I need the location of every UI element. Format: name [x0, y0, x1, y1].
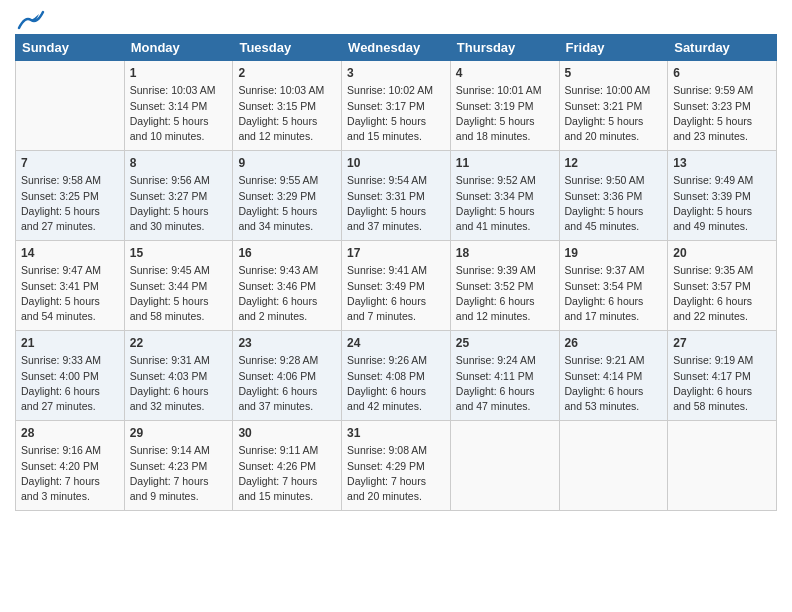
cell-content-line: Sunrise: 9:37 AM	[565, 264, 645, 276]
calendar-cell: 21Sunrise: 9:33 AMSunset: 4:00 PMDayligh…	[16, 331, 125, 421]
day-number: 22	[130, 335, 228, 352]
cell-content-line: and 34 minutes.	[238, 220, 313, 232]
cell-content-line: Daylight: 6 hours	[347, 295, 426, 307]
day-number: 7	[21, 155, 119, 172]
cell-content-line: Sunset: 3:34 PM	[456, 190, 534, 202]
week-row-4: 21Sunrise: 9:33 AMSunset: 4:00 PMDayligh…	[16, 331, 777, 421]
cell-content-line: Daylight: 5 hours	[565, 205, 644, 217]
cell-content-line: and 12 minutes.	[238, 130, 313, 142]
cell-content-line: Sunset: 3:23 PM	[673, 100, 751, 112]
calendar-cell: 7Sunrise: 9:58 AMSunset: 3:25 PMDaylight…	[16, 151, 125, 241]
cell-content-line: Sunrise: 9:35 AM	[673, 264, 753, 276]
cell-content-line: Daylight: 5 hours	[130, 205, 209, 217]
cell-content-line: and 3 minutes.	[21, 490, 90, 502]
cell-content-line: and 37 minutes.	[238, 400, 313, 412]
week-row-5: 28Sunrise: 9:16 AMSunset: 4:20 PMDayligh…	[16, 421, 777, 511]
calendar-header: SundayMondayTuesdayWednesdayThursdayFrid…	[16, 35, 777, 61]
logo	[15, 10, 45, 28]
cell-content-line: Sunrise: 9:08 AM	[347, 444, 427, 456]
cell-content-line: Sunrise: 9:21 AM	[565, 354, 645, 366]
week-row-2: 7Sunrise: 9:58 AMSunset: 3:25 PMDaylight…	[16, 151, 777, 241]
cell-content-line: Daylight: 6 hours	[130, 385, 209, 397]
column-header-tuesday: Tuesday	[233, 35, 342, 61]
cell-content-line: and 17 minutes.	[565, 310, 640, 322]
cell-content-line: Sunrise: 9:50 AM	[565, 174, 645, 186]
cell-content-line: Sunrise: 9:16 AM	[21, 444, 101, 456]
cell-content-line: Sunset: 3:36 PM	[565, 190, 643, 202]
cell-content-line: and 49 minutes.	[673, 220, 748, 232]
calendar-cell: 22Sunrise: 9:31 AMSunset: 4:03 PMDayligh…	[124, 331, 233, 421]
calendar-cell: 12Sunrise: 9:50 AMSunset: 3:36 PMDayligh…	[559, 151, 668, 241]
cell-content-line: Sunrise: 9:31 AM	[130, 354, 210, 366]
cell-content-line: Sunrise: 9:11 AM	[238, 444, 318, 456]
calendar-cell	[668, 421, 777, 511]
cell-content-line: Daylight: 5 hours	[238, 205, 317, 217]
day-number: 2	[238, 65, 336, 82]
day-number: 20	[673, 245, 771, 262]
calendar-cell: 4Sunrise: 10:01 AMSunset: 3:19 PMDayligh…	[450, 61, 559, 151]
cell-content-line: and 37 minutes.	[347, 220, 422, 232]
cell-content-line: and 47 minutes.	[456, 400, 531, 412]
cell-content-line: and 18 minutes.	[456, 130, 531, 142]
day-number: 5	[565, 65, 663, 82]
cell-content-line: Sunrise: 9:47 AM	[21, 264, 101, 276]
cell-content-line: Sunset: 3:49 PM	[347, 280, 425, 292]
day-number: 27	[673, 335, 771, 352]
cell-content-line: Sunset: 3:25 PM	[21, 190, 99, 202]
calendar-cell: 20Sunrise: 9:35 AMSunset: 3:57 PMDayligh…	[668, 241, 777, 331]
cell-content-line: and 41 minutes.	[456, 220, 531, 232]
cell-content-line: and 58 minutes.	[673, 400, 748, 412]
calendar-cell: 6Sunrise: 9:59 AMSunset: 3:23 PMDaylight…	[668, 61, 777, 151]
day-number: 1	[130, 65, 228, 82]
calendar-cell: 9Sunrise: 9:55 AMSunset: 3:29 PMDaylight…	[233, 151, 342, 241]
page-header	[15, 10, 777, 28]
cell-content-line: Daylight: 5 hours	[130, 295, 209, 307]
cell-content-line: and 20 minutes.	[565, 130, 640, 142]
day-number: 24	[347, 335, 445, 352]
calendar-cell: 11Sunrise: 9:52 AMSunset: 3:34 PMDayligh…	[450, 151, 559, 241]
calendar-cell	[450, 421, 559, 511]
cell-content-line: Sunrise: 9:14 AM	[130, 444, 210, 456]
cell-content-line: Sunset: 4:29 PM	[347, 460, 425, 472]
calendar-cell: 31Sunrise: 9:08 AMSunset: 4:29 PMDayligh…	[342, 421, 451, 511]
column-header-wednesday: Wednesday	[342, 35, 451, 61]
day-number: 9	[238, 155, 336, 172]
cell-content-line: Daylight: 6 hours	[238, 295, 317, 307]
cell-content-line: Daylight: 5 hours	[238, 115, 317, 127]
cell-content-line: and 54 minutes.	[21, 310, 96, 322]
cell-content-line: Daylight: 6 hours	[347, 385, 426, 397]
column-header-monday: Monday	[124, 35, 233, 61]
day-number: 16	[238, 245, 336, 262]
cell-content-line: Sunrise: 10:03 AM	[130, 84, 216, 96]
day-number: 6	[673, 65, 771, 82]
calendar-cell: 19Sunrise: 9:37 AMSunset: 3:54 PMDayligh…	[559, 241, 668, 331]
cell-content-line: Sunrise: 9:28 AM	[238, 354, 318, 366]
cell-content-line: Sunrise: 9:52 AM	[456, 174, 536, 186]
cell-content-line: Sunrise: 9:33 AM	[21, 354, 101, 366]
cell-content-line: Daylight: 7 hours	[21, 475, 100, 487]
calendar-cell: 30Sunrise: 9:11 AMSunset: 4:26 PMDayligh…	[233, 421, 342, 511]
cell-content-line: Daylight: 5 hours	[673, 115, 752, 127]
header-row: SundayMondayTuesdayWednesdayThursdayFrid…	[16, 35, 777, 61]
column-header-sunday: Sunday	[16, 35, 125, 61]
cell-content-line: Sunset: 3:29 PM	[238, 190, 316, 202]
cell-content-line: Sunrise: 9:41 AM	[347, 264, 427, 276]
cell-content-line: Daylight: 5 hours	[347, 115, 426, 127]
day-number: 8	[130, 155, 228, 172]
column-header-thursday: Thursday	[450, 35, 559, 61]
calendar-body: 1Sunrise: 10:03 AMSunset: 3:14 PMDayligh…	[16, 61, 777, 511]
cell-content-line: and 7 minutes.	[347, 310, 416, 322]
cell-content-line: and 27 minutes.	[21, 220, 96, 232]
cell-content-line: Daylight: 6 hours	[238, 385, 317, 397]
calendar-cell	[559, 421, 668, 511]
cell-content-line: Daylight: 7 hours	[347, 475, 426, 487]
cell-content-line: Sunrise: 10:03 AM	[238, 84, 324, 96]
cell-content-line: Sunset: 4:06 PM	[238, 370, 316, 382]
cell-content-line: Sunset: 4:03 PM	[130, 370, 208, 382]
cell-content-line: Sunrise: 9:43 AM	[238, 264, 318, 276]
calendar-cell: 1Sunrise: 10:03 AMSunset: 3:14 PMDayligh…	[124, 61, 233, 151]
calendar-cell: 10Sunrise: 9:54 AMSunset: 3:31 PMDayligh…	[342, 151, 451, 241]
cell-content-line: Sunrise: 9:39 AM	[456, 264, 536, 276]
cell-content-line: Sunset: 4:23 PM	[130, 460, 208, 472]
day-number: 11	[456, 155, 554, 172]
